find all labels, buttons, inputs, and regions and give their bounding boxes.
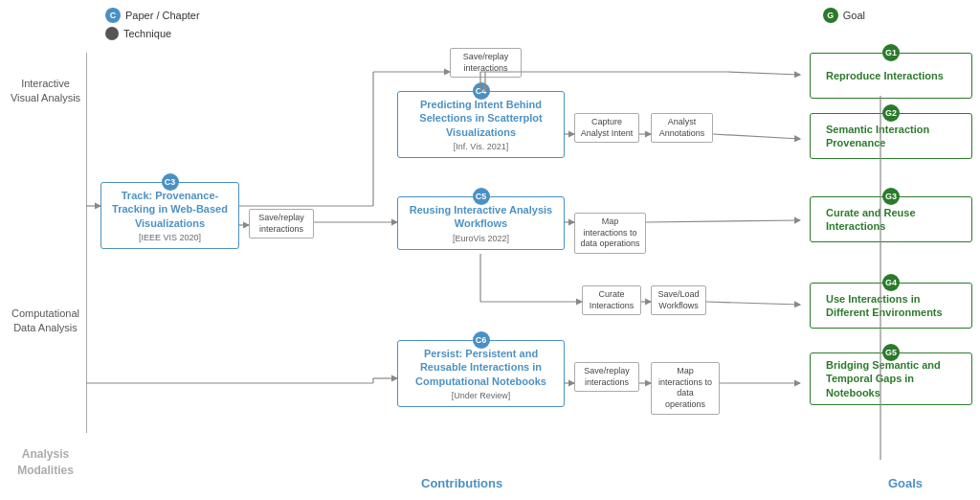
legend-technique-label: Technique	[123, 28, 171, 39]
c6-title: Persist: Persistent and Reusable Interac…	[406, 347, 556, 388]
goal-header-label: Goal	[843, 10, 865, 21]
g5-text: Bridging Semantic and Temporal Gaps in N…	[826, 358, 964, 399]
diagram-container: C Paper / Chapter Technique G Goal Inter…	[0, 0, 980, 500]
map-interactions-bot-step: Map interactions to data operations	[651, 362, 720, 415]
interactive-label: InteractiveVisual Analysis	[11, 78, 80, 103]
analysis-modalities-footer: AnalysisModalities	[5, 446, 86, 479]
map-interactions-step: Map interactions to data operations	[574, 213, 646, 254]
g3-badge: G3	[882, 188, 900, 205]
g2-box: G2 Semantic Interaction Provenance	[810, 113, 972, 159]
g4-box: G4 Use Interactions in Different Environ…	[810, 283, 972, 329]
c5-ref: [EuroVis 2022]	[406, 234, 556, 243]
interactive-modality-label: InteractiveVisual Analysis	[5, 77, 86, 106]
g5-badge: G5	[882, 344, 900, 361]
c3-title: Track: Provenance-Tracking in Web-Based …	[109, 189, 231, 230]
g3-text: Curate and Reuse Interactions	[826, 206, 964, 234]
legend-paper: C Paper / Chapter	[105, 8, 200, 23]
c3-ref: [IEEE VIS 2020]	[109, 233, 231, 242]
c4-badge: C4	[473, 82, 490, 100]
contributions-label: Contributions	[421, 476, 502, 490]
computational-modality-label: ComputationalData Analysis	[5, 307, 86, 336]
g1-box: G1 Reproduce Interactions	[810, 53, 972, 99]
paper-icon: C	[105, 8, 121, 23]
c4-ref: [Inf. Vis. 2021]	[406, 142, 556, 151]
g5-box: G5 Bridging Semantic and Temporal Gaps i…	[810, 352, 972, 405]
c4-title: Predicting Intent Behind Selections in S…	[406, 98, 556, 139]
save-load-step: Save/Load Workflows	[651, 285, 706, 315]
save-replay-bot: Save/replay interactions	[574, 362, 639, 392]
legend-technique: Technique	[105, 27, 200, 40]
g4-badge: G4	[882, 274, 900, 291]
vertical-line	[86, 53, 87, 433]
save-replay-mid: Save/replay interactions	[249, 209, 314, 239]
technique-icon	[105, 27, 119, 40]
c5-box: C5 Reusing Interactive Analysis Workflow…	[397, 196, 565, 250]
g2-badge: G2	[882, 104, 900, 122]
g3-box: G3 Curate and Reuse Interactions	[810, 196, 972, 242]
c3-badge: C3	[162, 173, 179, 191]
c4-box: C4 Predicting Intent Behind Selections i…	[397, 91, 565, 158]
curate-interactions-step: Curate Interactions	[582, 285, 641, 315]
svg-line-14	[646, 220, 800, 222]
legend-paper-label: Paper / Chapter	[125, 10, 200, 21]
svg-line-18	[706, 302, 800, 305]
c6-badge: C6	[473, 331, 490, 349]
c5-badge: C5	[473, 188, 490, 205]
svg-line-12	[727, 72, 800, 75]
c5-title: Reusing Interactive Analysis Workflows	[406, 203, 556, 231]
goals-label: Goals	[888, 476, 923, 490]
svg-line-9	[713, 134, 800, 139]
g4-text: Use Interactions in Different Environmen…	[826, 292, 964, 320]
analyst-annotations-step: Analyst Annotations	[651, 113, 713, 143]
goal-header-badge: G	[823, 8, 838, 23]
capture-analyst-step: Capture Analyst Intent	[574, 113, 639, 143]
computational-label: ComputationalData Analysis	[11, 307, 79, 333]
g1-text: Reproduce Interactions	[826, 69, 944, 82]
c3-box: C3 Track: Provenance-Tracking in Web-Bas…	[100, 182, 239, 249]
legend: C Paper / Chapter Technique	[105, 8, 200, 44]
save-replay-top: Save/replay interactions	[450, 48, 522, 78]
goal-header: G Goal	[823, 8, 865, 23]
g2-text: Semantic Interaction Provenance	[826, 123, 964, 150]
g1-badge: G1	[882, 44, 900, 61]
c6-ref: [Under Review]	[406, 391, 556, 400]
c6-box: C6 Persist: Persistent and Reusable Inte…	[397, 340, 565, 407]
